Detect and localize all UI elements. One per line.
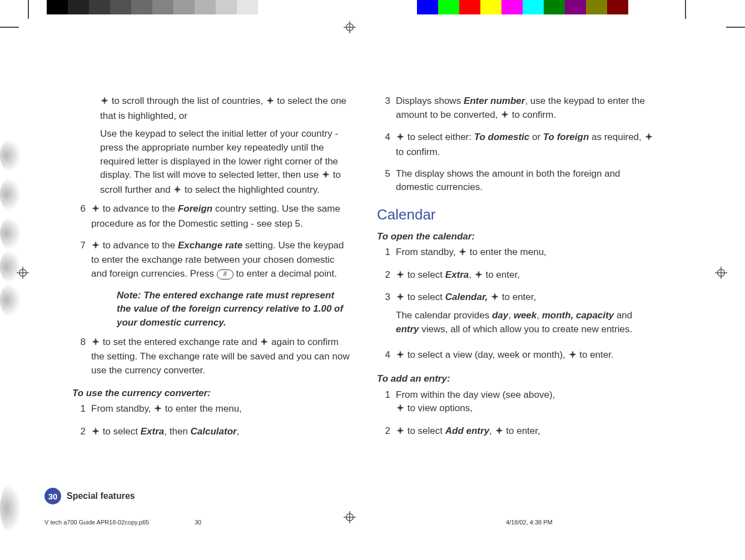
- text: From within the day view (see above),: [396, 389, 555, 400]
- text: to enter the menu,: [467, 247, 547, 257]
- text: to enter a decimal point.: [234, 268, 337, 279]
- emphasis: To foreign: [543, 132, 589, 142]
- nav-icon: [321, 169, 330, 183]
- subheading: To add an entry:: [377, 372, 655, 386]
- crop-mark: [726, 27, 745, 28]
- nav-icon: [490, 292, 499, 306]
- nav-icon: [396, 132, 405, 146]
- step-number: 2: [381, 424, 396, 444]
- grayscale-bar: [47, 0, 279, 14]
- nav-icon: [153, 403, 162, 417]
- color-bar: [417, 0, 628, 14]
- text: to select: [405, 426, 445, 436]
- nav-icon: [266, 96, 275, 109]
- nav-icon: [260, 337, 269, 351]
- nav-icon: [396, 426, 405, 439]
- emphasis: Exchange rate: [178, 240, 242, 251]
- emphasis: Extra: [141, 426, 165, 437]
- text: to advance to the: [100, 203, 178, 214]
- timestamp: 4/18/02, 4:38 PM: [506, 519, 553, 526]
- crop-mark: [0, 27, 19, 28]
- nav-icon: [644, 132, 653, 146]
- nav-icon: [396, 349, 405, 363]
- text: ,: [537, 310, 542, 321]
- text: to enter,: [483, 269, 520, 280]
- text: ,: [489, 426, 494, 436]
- text: ,: [508, 310, 513, 321]
- emphasis: week: [514, 310, 537, 321]
- step-number: 5: [381, 167, 396, 199]
- edge-artifact: [0, 283, 21, 317]
- text: to enter,: [504, 426, 540, 436]
- step-number: 3: [381, 94, 396, 127]
- nav-icon: [495, 426, 504, 439]
- text: The display shows the amount in both the…: [396, 167, 655, 194]
- step-number: 2: [381, 268, 396, 288]
- emphasis: entry: [396, 324, 419, 334]
- emphasis: Foreign: [178, 203, 212, 214]
- emphasis: Add entry: [445, 426, 489, 436]
- step-number: 6: [77, 202, 91, 235]
- edge-artifact: [0, 250, 21, 283]
- edge-artifact: [0, 483, 21, 533]
- crop-mark: [28, 0, 29, 19]
- emphasis: Extra: [445, 269, 469, 280]
- edge-artifact: [0, 139, 21, 172]
- nav-icon: [396, 292, 405, 306]
- text: to confirm.: [509, 109, 556, 120]
- text: to scroll through the list of countries,: [109, 96, 266, 106]
- subheading: To open the calendar:: [377, 230, 655, 244]
- step-number: 3: [381, 291, 396, 345]
- emphasis: month, capacity: [542, 310, 614, 321]
- text: to advance to the: [100, 240, 178, 251]
- text: ,: [237, 426, 240, 437]
- left-column: to scroll through the list of countries,…: [72, 94, 350, 447]
- edge-artifact: [0, 217, 21, 250]
- nav-icon: [474, 269, 483, 283]
- emphasis: day: [492, 310, 508, 321]
- text: From standby,: [396, 247, 458, 257]
- right-column: 3 Displays shows Enter number, use the k…: [377, 94, 655, 447]
- text: Use the keypad to select the initial let…: [100, 128, 338, 180]
- heading-calendar: Calendar: [377, 204, 655, 226]
- registration-mark: [715, 267, 727, 279]
- step-number: 2: [77, 425, 91, 444]
- nav-icon: [100, 96, 109, 109]
- nav-icon: [458, 247, 467, 261]
- text: to select the highlighted country.: [182, 184, 319, 195]
- body-text: to scroll through the list of countries,…: [72, 94, 656, 447]
- text: to set the entered exchange rate and: [100, 337, 260, 347]
- step-number: 4: [381, 131, 396, 163]
- text: to select: [405, 292, 445, 302]
- step-number: 1: [77, 402, 91, 422]
- text: to enter,: [499, 292, 536, 302]
- step-number: 8: [77, 336, 91, 382]
- emphasis: To domestic: [474, 132, 530, 142]
- page-number-badge: 30: [44, 488, 61, 504]
- subheading: To use the currency converter:: [72, 387, 350, 401]
- crop-mark: [685, 0, 686, 19]
- section-title: Special features: [67, 491, 135, 501]
- nav-icon: [91, 426, 100, 440]
- edge-artifact: [0, 178, 21, 211]
- text: , then: [164, 426, 190, 437]
- emphasis: Calendar,: [445, 292, 488, 302]
- text: to select: [405, 269, 445, 280]
- page-number-small: 30: [195, 519, 201, 526]
- nav-icon: [568, 349, 577, 363]
- text: as required,: [589, 132, 644, 142]
- page-footer: 30 Special features: [44, 488, 135, 504]
- note: Note: The entered exchange rate must rep…: [100, 289, 350, 330]
- text: Displays shows: [396, 96, 464, 106]
- step-number: 4: [381, 348, 396, 368]
- step-number: 7: [77, 239, 91, 286]
- step-number: 1: [381, 246, 396, 265]
- source-file: V tech a700 Guide APR18-02copy.p65: [44, 519, 149, 526]
- nav-icon: [396, 403, 405, 417]
- text: views, all of which allow you to create …: [419, 324, 633, 334]
- nav-icon: [173, 184, 182, 198]
- nav-icon: [91, 203, 100, 217]
- step-number: 1: [381, 388, 396, 421]
- text: to select a view (day, week or month),: [405, 349, 568, 360]
- nav-icon: [396, 269, 405, 283]
